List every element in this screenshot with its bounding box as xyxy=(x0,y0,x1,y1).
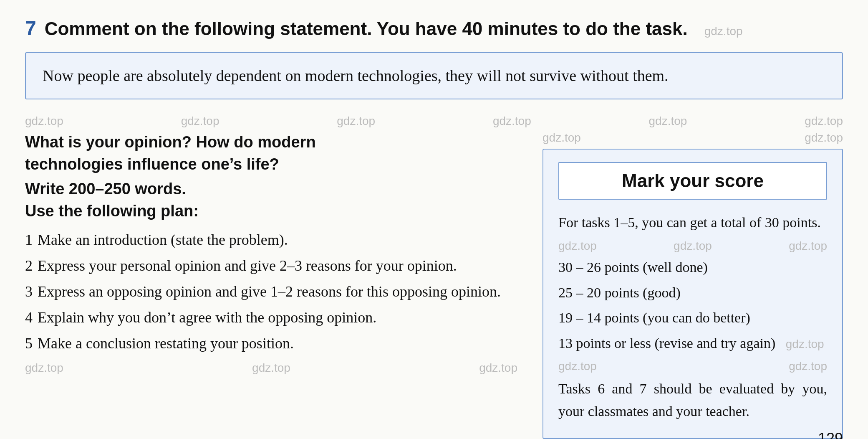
watermark-1: gdz.top xyxy=(25,114,63,128)
list-item: 4Explain why you don’t agree with the op… xyxy=(25,306,517,329)
statement-box: Now people are absolutely dependent on m… xyxy=(25,52,843,99)
watermark-left-2: gdz.top xyxy=(252,361,290,375)
list-item: 2Express your personal opinion and give … xyxy=(25,254,517,277)
watermark-6: gdz.top xyxy=(805,114,843,128)
score-line-5: 13 points or less (revise and try again)… xyxy=(558,332,827,355)
list-item: 5Make a conclusion restating your positi… xyxy=(25,332,517,355)
watermark-4: gdz.top xyxy=(493,114,531,128)
score-line-3: 25 – 20 points (good) xyxy=(558,282,827,304)
score-title-box: Mark your score xyxy=(558,162,827,200)
watermark-score-4: gdz.top xyxy=(786,335,824,354)
question-line1: What is your opinion? How do modern xyxy=(25,133,316,151)
page-number: 129 xyxy=(818,430,843,439)
score-line-2: 30 – 26 points (well done) xyxy=(558,256,827,279)
watermark-score-2: gdz.top xyxy=(674,237,712,256)
question-text: What is your opinion? How do modern tech… xyxy=(25,131,517,175)
score-line-4: 19 – 14 points (you can do better) xyxy=(558,307,827,329)
list-item: 3Express an opposing opinion and give 1–… xyxy=(25,280,517,303)
right-column: gdz.top gdz.top Mark your score For task… xyxy=(542,131,843,439)
score-body: For tasks 1–5, you can get a total of 30… xyxy=(558,211,827,423)
watermark-header: gdz.top xyxy=(704,25,743,38)
watermark-3: gdz.top xyxy=(337,114,375,128)
watermark-5: gdz.top xyxy=(649,114,687,128)
plan-list: 1Make an introduction (state the problem… xyxy=(25,228,517,355)
watermark-score-3: gdz.top xyxy=(789,237,827,256)
list-item: 1Make an introduction (state the problem… xyxy=(25,228,517,251)
watermark-right-top-2: gdz.top xyxy=(805,131,843,145)
question-line2: technologies influence one’s life? xyxy=(25,155,279,173)
watermark-score-6: gdz.top xyxy=(789,357,827,376)
statement-text: Now people are absolutely dependent on m… xyxy=(43,65,825,87)
watermark-left-3: gdz.top xyxy=(479,361,517,375)
watermark-left-1: gdz.top xyxy=(25,361,63,375)
write-instruction: Write 200–250 words. xyxy=(25,180,517,198)
left-column: What is your opinion? How do modern tech… xyxy=(25,131,517,374)
main-content: What is your opinion? How do modern tech… xyxy=(25,131,843,439)
task-title: Comment on the following statement. You … xyxy=(45,18,688,39)
watermark-score-5: gdz.top xyxy=(558,357,597,376)
page: 7 Comment on the following statement. Yo… xyxy=(0,0,868,439)
task-number: 7 xyxy=(25,17,36,40)
score-line-1: For tasks 1–5, you can get a total of 30… xyxy=(558,211,827,234)
watermark-2: gdz.top xyxy=(181,114,220,128)
score-box: Mark your score For tasks 1–5, you can g… xyxy=(542,149,843,439)
watermark-right-top-1: gdz.top xyxy=(542,131,581,145)
score-line-6: Tasks 6 and 7 should be evaluated by you… xyxy=(558,378,827,423)
score-title: Mark your score xyxy=(622,170,764,191)
watermark-score-1: gdz.top xyxy=(558,237,597,256)
plan-heading: Use the following plan: xyxy=(25,202,517,220)
header-row: 7 Comment on the following statement. Yo… xyxy=(25,17,843,40)
